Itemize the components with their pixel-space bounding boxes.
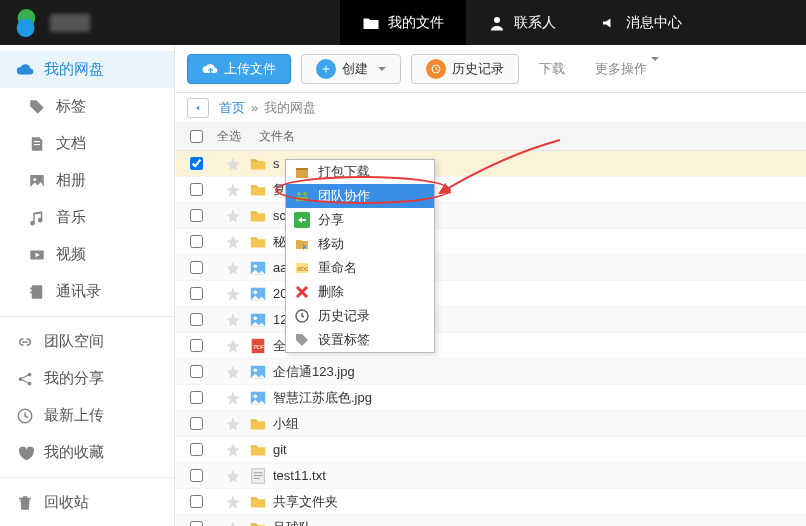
sidebar-item-music[interactable]: 音乐 (0, 199, 174, 236)
svg-rect-1 (34, 141, 40, 142)
row-checkbox[interactable] (190, 443, 203, 456)
row-checkbox[interactable] (190, 339, 203, 352)
row-checkbox[interactable] (190, 313, 203, 326)
row-checkbox[interactable] (190, 469, 203, 482)
sidebar-item-photos[interactable]: 相册 (0, 162, 174, 199)
sidebar-photos-label: 相册 (56, 171, 86, 190)
file-row[interactable]: 秘 (175, 229, 806, 255)
row-checkbox[interactable] (190, 391, 203, 404)
ctx-move[interactable]: 移动 (286, 232, 434, 256)
sidebar-item-docs[interactable]: 文档 (0, 125, 174, 162)
ctx-settag[interactable]: 设置标签 (286, 328, 434, 352)
select-all-checkbox[interactable] (190, 130, 203, 143)
row-checkbox[interactable] (190, 287, 203, 300)
file-row[interactable]: 小组 (175, 411, 806, 437)
row-checkbox[interactable] (190, 183, 203, 196)
arrow-left-icon (193, 103, 203, 113)
file-row[interactable]: git (175, 437, 806, 463)
file-row[interactable]: 复 (175, 177, 806, 203)
ctx-team[interactable]: 团队协作 (286, 184, 434, 208)
star-icon[interactable] (225, 260, 241, 276)
star-icon[interactable] (225, 520, 241, 527)
ctx-delete[interactable]: 删除 (286, 280, 434, 304)
breadcrumb: 首页 » 我的网盘 (175, 93, 806, 123)
file-row[interactable]: 共享文件夹 (175, 489, 806, 515)
breadcrumb-home[interactable]: 首页 (219, 99, 245, 117)
star-icon[interactable] (225, 416, 241, 432)
svg-point-34 (297, 192, 301, 196)
star-icon[interactable] (225, 338, 241, 354)
sidebar-item-contacts[interactable]: 通讯录 (0, 273, 174, 310)
sidebar-shares-label: 我的分享 (44, 369, 104, 388)
sidebar-item-trash[interactable]: 回收站 (0, 484, 174, 521)
download-button[interactable]: 下载 (529, 60, 575, 78)
row-checkbox[interactable] (190, 521, 203, 526)
file-row[interactable]: aa (175, 255, 806, 281)
star-icon[interactable] (225, 442, 241, 458)
file-name: 企信通123.jpg (273, 363, 355, 381)
sidebar-item-recent[interactable]: 最新上传 (0, 397, 174, 434)
star-icon[interactable] (225, 286, 241, 302)
star-icon[interactable] (225, 312, 241, 328)
sidebar-item-teamspace[interactable]: 团队空间 (0, 323, 174, 360)
file-row[interactable]: 智慧江苏底色.jpg (175, 385, 806, 411)
history-label: 历史记录 (452, 60, 504, 78)
star-icon[interactable] (225, 234, 241, 250)
back-button[interactable] (187, 98, 209, 118)
sidebar-music-label: 音乐 (56, 208, 86, 227)
more-button[interactable]: 更多操作 (585, 60, 669, 78)
star-icon[interactable] (225, 390, 241, 406)
ctx-rename[interactable]: abc 重命名 (286, 256, 434, 280)
topnav-contacts[interactable]: 联系人 (466, 0, 578, 45)
row-checkbox[interactable] (190, 235, 203, 248)
file-row[interactable]: test11.txt (175, 463, 806, 489)
star-icon[interactable] (225, 182, 241, 198)
star-icon[interactable] (225, 156, 241, 172)
file-row[interactable]: PDF全 _V1[1].0.pdf (175, 333, 806, 359)
ctx-history-label: 历史记录 (318, 307, 370, 325)
file-name: 共享文件夹 (273, 493, 338, 511)
row-checkbox[interactable] (190, 261, 203, 274)
sidebar-item-tags[interactable]: 标签 (0, 88, 174, 125)
file-row[interactable]: 企信通123.jpg (175, 359, 806, 385)
star-icon[interactable] (225, 208, 241, 224)
svg-point-4 (33, 178, 36, 181)
ctx-download[interactable]: 打包下载 (286, 160, 434, 184)
star-icon[interactable] (225, 468, 241, 484)
topnav-files[interactable]: 我的文件 (340, 0, 466, 45)
history-button[interactable]: 历史记录 (411, 54, 519, 84)
row-checkbox[interactable] (190, 495, 203, 508)
file-name: 智慧江苏底色.jpg (273, 389, 372, 407)
topnav-messages-label: 消息中心 (626, 14, 682, 32)
file-row[interactable]: s (175, 151, 806, 177)
ctx-delete-label: 删除 (318, 283, 344, 301)
ctx-download-label: 打包下载 (318, 163, 370, 181)
row-checkbox[interactable] (190, 417, 203, 430)
cloud-icon (16, 61, 34, 79)
row-checkbox[interactable] (190, 365, 203, 378)
upload-button[interactable]: 上传文件 (187, 54, 291, 84)
star-icon[interactable] (225, 494, 241, 510)
star-icon[interactable] (225, 364, 241, 380)
speaker-icon (600, 14, 618, 32)
sidebar-item-video[interactable]: 视频 (0, 236, 174, 273)
file-row[interactable]: sc (175, 203, 806, 229)
sidebar-item-shares[interactable]: 我的分享 (0, 360, 174, 397)
video-icon (28, 246, 46, 264)
music-icon (28, 209, 46, 227)
file-row[interactable]: 足球队 (175, 515, 806, 526)
folder-open-icon (362, 14, 380, 32)
create-button[interactable]: 创建 (301, 54, 401, 84)
breadcrumb-current: 我的网盘 (264, 99, 316, 117)
ctx-share[interactable]: 分享 (286, 208, 434, 232)
ctx-history[interactable]: 历史记录 (286, 304, 434, 328)
file-name: 足球队 (273, 519, 312, 527)
file-row[interactable]: 20 (175, 281, 806, 307)
select-all-label: 全选 (217, 128, 241, 145)
sidebar-item-disk[interactable]: 我的网盘 (0, 51, 174, 88)
file-row[interactable]: 12 (175, 307, 806, 333)
sidebar-item-fav[interactable]: 我的收藏 (0, 434, 174, 471)
topnav-messages[interactable]: 消息中心 (578, 0, 704, 45)
row-checkbox[interactable] (190, 209, 203, 222)
row-checkbox[interactable] (190, 157, 203, 170)
